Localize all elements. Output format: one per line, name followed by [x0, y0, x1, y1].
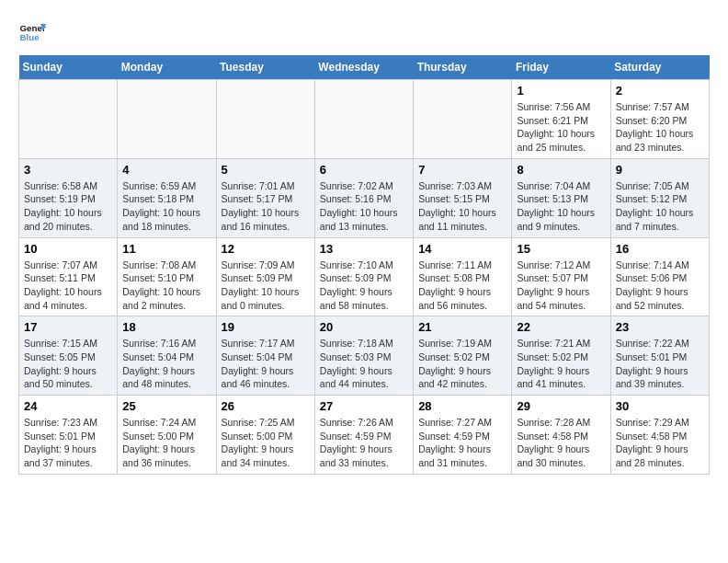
day-cell-11: 11Sunrise: 7:08 AM Sunset: 5:10 PM Dayli…	[118, 237, 216, 316]
day-info: Sunrise: 7:05 AM Sunset: 5:12 PM Dayligh…	[616, 179, 704, 234]
week-row-2: 3Sunrise: 6:58 AM Sunset: 5:19 PM Daylig…	[19, 158, 710, 237]
day-cell-15: 15Sunrise: 7:12 AM Sunset: 5:07 PM Dayli…	[512, 237, 610, 316]
day-info: Sunrise: 7:14 AM Sunset: 5:06 PM Dayligh…	[616, 259, 704, 313]
day-cell-6: 6Sunrise: 7:02 AM Sunset: 5:16 PM Daylig…	[314, 158, 413, 237]
day-info: Sunrise: 7:18 AM Sunset: 5:03 PM Dayligh…	[320, 337, 408, 391]
day-number: 17	[24, 320, 112, 334]
calendar-table: SundayMondayTuesdayWednesdayThursdayFrid…	[18, 55, 710, 475]
day-number: 20	[320, 320, 408, 334]
day-cell-9: 9Sunrise: 7:05 AM Sunset: 5:12 PM Daylig…	[610, 158, 709, 237]
day-info: Sunrise: 7:28 AM Sunset: 4:58 PM Dayligh…	[517, 416, 605, 470]
day-number: 6	[320, 163, 408, 177]
day-cell-27: 27Sunrise: 7:26 AM Sunset: 4:59 PM Dayli…	[314, 396, 413, 475]
day-info: Sunrise: 7:11 AM Sunset: 5:08 PM Dayligh…	[418, 259, 506, 313]
day-number: 1	[517, 84, 605, 98]
day-number: 27	[320, 399, 408, 413]
empty-cell	[118, 80, 216, 159]
day-cell-29: 29Sunrise: 7:28 AM Sunset: 4:58 PM Dayli…	[512, 396, 610, 475]
day-cell-8: 8Sunrise: 7:04 AM Sunset: 5:13 PM Daylig…	[512, 158, 610, 237]
day-number: 25	[122, 399, 210, 413]
weekday-header-monday: Monday	[118, 55, 216, 80]
day-cell-30: 30Sunrise: 7:29 AM Sunset: 4:58 PM Dayli…	[610, 396, 709, 475]
day-cell-19: 19Sunrise: 7:17 AM Sunset: 5:04 PM Dayli…	[216, 316, 314, 396]
day-cell-3: 3Sunrise: 6:58 AM Sunset: 5:19 PM Daylig…	[19, 158, 118, 237]
day-cell-26: 26Sunrise: 7:25 AM Sunset: 5:00 PM Dayli…	[216, 396, 314, 475]
day-cell-12: 12Sunrise: 7:09 AM Sunset: 5:09 PM Dayli…	[216, 237, 314, 316]
day-cell-7: 7Sunrise: 7:03 AM Sunset: 5:15 PM Daylig…	[414, 158, 512, 237]
day-number: 8	[517, 163, 605, 177]
day-number: 29	[517, 399, 605, 413]
day-number: 10	[24, 242, 112, 256]
day-number: 5	[222, 163, 310, 177]
day-info: Sunrise: 7:04 AM Sunset: 5:13 PM Dayligh…	[517, 179, 605, 234]
day-number: 19	[222, 320, 310, 334]
day-info: Sunrise: 7:29 AM Sunset: 4:58 PM Dayligh…	[616, 416, 704, 470]
day-cell-23: 23Sunrise: 7:22 AM Sunset: 5:01 PM Dayli…	[610, 316, 709, 396]
logo: General Blue	[18, 18, 46, 46]
day-info: Sunrise: 7:22 AM Sunset: 5:01 PM Dayligh…	[616, 337, 704, 391]
day-number: 12	[222, 242, 310, 256]
day-info: Sunrise: 7:57 AM Sunset: 6:20 PM Dayligh…	[616, 100, 704, 155]
day-info: Sunrise: 6:59 AM Sunset: 5:18 PM Dayligh…	[122, 179, 210, 234]
day-info: Sunrise: 7:17 AM Sunset: 5:04 PM Dayligh…	[222, 337, 310, 391]
day-number: 14	[418, 242, 506, 256]
day-number: 23	[616, 320, 704, 334]
week-row-4: 17Sunrise: 7:15 AM Sunset: 5:05 PM Dayli…	[19, 316, 710, 396]
day-info: Sunrise: 7:19 AM Sunset: 5:02 PM Dayligh…	[418, 337, 506, 391]
day-cell-4: 4Sunrise: 6:59 AM Sunset: 5:18 PM Daylig…	[118, 158, 216, 237]
weekday-header-thursday: Thursday	[414, 55, 512, 80]
day-info: Sunrise: 7:21 AM Sunset: 5:02 PM Dayligh…	[517, 337, 605, 391]
day-info: Sunrise: 7:26 AM Sunset: 4:59 PM Dayligh…	[320, 416, 408, 470]
day-cell-22: 22Sunrise: 7:21 AM Sunset: 5:02 PM Dayli…	[512, 316, 610, 396]
day-number: 11	[122, 242, 210, 256]
day-number: 18	[122, 320, 210, 334]
day-info: Sunrise: 7:03 AM Sunset: 5:15 PM Dayligh…	[418, 179, 506, 234]
day-number: 2	[616, 84, 704, 98]
day-number: 26	[222, 399, 310, 413]
day-cell-13: 13Sunrise: 7:10 AM Sunset: 5:09 PM Dayli…	[314, 237, 413, 316]
day-cell-17: 17Sunrise: 7:15 AM Sunset: 5:05 PM Dayli…	[19, 316, 118, 396]
day-number: 21	[418, 320, 506, 334]
day-cell-24: 24Sunrise: 7:23 AM Sunset: 5:01 PM Dayli…	[19, 396, 118, 475]
day-info: Sunrise: 7:01 AM Sunset: 5:17 PM Dayligh…	[222, 179, 310, 234]
day-number: 4	[122, 163, 210, 177]
day-info: Sunrise: 6:58 AM Sunset: 5:19 PM Dayligh…	[24, 179, 112, 234]
day-cell-1: 1Sunrise: 7:56 AM Sunset: 6:21 PM Daylig…	[512, 80, 610, 159]
day-cell-20: 20Sunrise: 7:18 AM Sunset: 5:03 PM Dayli…	[314, 316, 413, 396]
day-cell-25: 25Sunrise: 7:24 AM Sunset: 5:00 PM Dayli…	[118, 396, 216, 475]
week-row-5: 24Sunrise: 7:23 AM Sunset: 5:01 PM Dayli…	[19, 396, 710, 475]
week-row-3: 10Sunrise: 7:07 AM Sunset: 5:11 PM Dayli…	[19, 237, 710, 316]
empty-cell	[314, 80, 413, 159]
logo-icon: General Blue	[18, 18, 46, 46]
weekday-header-tuesday: Tuesday	[216, 55, 314, 80]
day-info: Sunrise: 7:27 AM Sunset: 4:59 PM Dayligh…	[418, 416, 506, 470]
day-cell-10: 10Sunrise: 7:07 AM Sunset: 5:11 PM Dayli…	[19, 237, 118, 316]
day-info: Sunrise: 7:15 AM Sunset: 5:05 PM Dayligh…	[24, 337, 112, 391]
day-cell-16: 16Sunrise: 7:14 AM Sunset: 5:06 PM Dayli…	[610, 237, 709, 316]
week-row-1: 1Sunrise: 7:56 AM Sunset: 6:21 PM Daylig…	[19, 80, 710, 159]
weekday-header-friday: Friday	[512, 55, 610, 80]
day-number: 28	[418, 399, 506, 413]
day-number: 13	[320, 242, 408, 256]
weekday-header-row: SundayMondayTuesdayWednesdayThursdayFrid…	[19, 55, 710, 80]
day-info: Sunrise: 7:25 AM Sunset: 5:00 PM Dayligh…	[222, 416, 310, 470]
day-number: 9	[616, 163, 704, 177]
empty-cell	[19, 80, 118, 159]
day-info: Sunrise: 7:08 AM Sunset: 5:10 PM Dayligh…	[122, 259, 210, 313]
day-cell-2: 2Sunrise: 7:57 AM Sunset: 6:20 PM Daylig…	[610, 80, 709, 159]
weekday-header-sunday: Sunday	[19, 55, 118, 80]
day-number: 15	[517, 242, 605, 256]
weekday-header-saturday: Saturday	[610, 55, 709, 80]
day-cell-21: 21Sunrise: 7:19 AM Sunset: 5:02 PM Dayli…	[414, 316, 512, 396]
day-number: 24	[24, 399, 112, 413]
day-info: Sunrise: 7:02 AM Sunset: 5:16 PM Dayligh…	[320, 179, 408, 234]
day-number: 7	[418, 163, 506, 177]
day-info: Sunrise: 7:24 AM Sunset: 5:00 PM Dayligh…	[122, 416, 210, 470]
day-number: 30	[616, 399, 704, 413]
day-info: Sunrise: 7:09 AM Sunset: 5:09 PM Dayligh…	[222, 259, 310, 313]
day-cell-14: 14Sunrise: 7:11 AM Sunset: 5:08 PM Dayli…	[414, 237, 512, 316]
day-info: Sunrise: 7:56 AM Sunset: 6:21 PM Dayligh…	[517, 100, 605, 155]
day-number: 16	[616, 242, 704, 256]
empty-cell	[216, 80, 314, 159]
day-info: Sunrise: 7:10 AM Sunset: 5:09 PM Dayligh…	[320, 259, 408, 313]
